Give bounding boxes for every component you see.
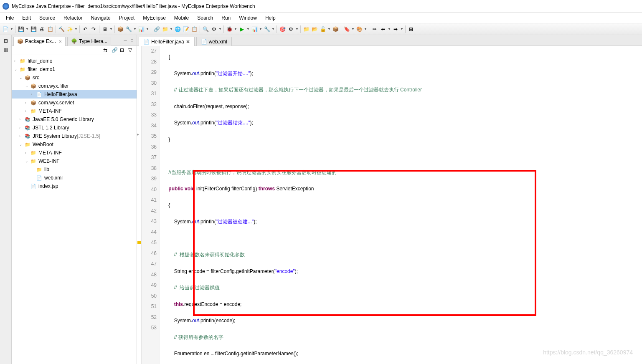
folder-node[interactable]: ›📁META-INF [12,149,137,157]
view-icon[interactable]: ▦ [2,47,10,54]
folder-node[interactable]: ⌄📁WEB-INF [12,157,137,165]
tab-type-hierarchy[interactable]: 🌳 Type Hiera... [67,37,111,46]
menu-refactor[interactable]: Refactor [59,13,86,23]
dropdown-icon[interactable]: ▼ [327,27,331,31]
package-node[interactable]: ⌄📦com.wyx.filter [12,82,137,90]
external-icon[interactable]: 🔧 [263,25,271,33]
wizard-icon[interactable]: ✨ [66,25,74,33]
tool-icon[interactable]: 📝 [182,25,190,33]
perspective-icon[interactable]: ⊞ [407,25,415,33]
folder-node[interactable]: ›📁META-INF [12,107,137,115]
dropdown-icon[interactable]: ▼ [133,27,137,31]
build-icon[interactable]: 🔨 [58,25,65,33]
tool-icon[interactable]: ✏ [371,25,378,33]
menu-run[interactable]: Run [217,13,235,23]
maximize-icon[interactable]: □ [129,38,135,43]
library-node[interactable]: ›📚JRE System Library [J2SE-1.5] [12,132,137,140]
tool-icon[interactable]: 🎨 [355,25,363,33]
menu-search[interactable]: Search [193,13,217,23]
undo-icon[interactable]: ↶ [81,25,89,33]
redo-icon[interactable]: ↷ [90,25,97,33]
package-node[interactable]: ›📦com.wyx.servlet [12,99,137,107]
editor-tab[interactable]: 📄 web.xml [196,37,232,46]
save-icon[interactable]: 💾 [17,25,25,33]
library-node[interactable]: ›📚JSTL 1.2 Library [12,124,137,132]
tool-icon[interactable]: 📋 [190,25,198,33]
tree-label: filter_demo1 [28,66,55,72]
menu-mobile[interactable]: Mobile [170,13,193,23]
debug-icon[interactable]: 🐞 [226,25,233,33]
focus-icon[interactable]: ⊡ [120,47,127,54]
project-node[interactable]: ⌄📁filter_demo1 [12,65,137,73]
project-node[interactable]: ›📁filter_demo [12,57,137,65]
link-icon[interactable]: 🔗 [112,47,118,54]
menu-source[interactable]: Source [35,13,59,23]
tool-icon[interactable]: 🔖 [343,25,350,33]
close-icon[interactable]: ✕ [58,39,62,44]
tool-icon[interactable]: 📁 [161,25,169,33]
tool-icon[interactable]: 📦 [332,25,339,33]
folder-icon[interactable]: 📂 [311,25,318,33]
code-content[interactable]: { System.out.println("过滤器开始...."); // 让过… [160,46,642,364]
folder-node[interactable]: 📁lib [12,165,137,174]
globe-icon[interactable]: 🌐 [174,25,181,33]
menu-icon[interactable]: ▽ [128,47,135,54]
forward-icon[interactable]: ➡ [392,25,399,33]
dropdown-icon[interactable]: ▼ [218,27,222,31]
xml-file-node[interactable]: 📄web.xml [12,174,137,182]
tool-icon[interactable]: ⚙ [210,25,218,33]
dropdown-icon[interactable]: ▼ [351,27,355,31]
tool-icon[interactable]: 🔧 [125,25,132,33]
close-icon[interactable]: ✕ [186,39,190,45]
save-all-icon[interactable]: 💾 [30,25,37,33]
dropdown-icon[interactable]: ▼ [259,27,262,31]
editor-tab-active[interactable]: 📄 HelloFilter.java ✕ [139,37,195,46]
dropdown-icon[interactable]: ▼ [388,27,391,31]
menu-navigate[interactable]: Navigate [86,13,114,23]
menu-window[interactable]: Window [235,13,261,23]
tool-icon[interactable]: 📋 [46,25,54,33]
dropdown-icon[interactable]: ▼ [25,27,29,31]
new-icon[interactable]: 📄 [2,25,9,33]
tool-icon[interactable]: 🎯 [279,25,286,33]
coverage-icon[interactable]: 📊 [251,25,258,33]
server-icon[interactable]: 🖥 [101,25,109,33]
tool-icon[interactable]: 🔓 [319,25,327,33]
tool-icon[interactable]: 🔍 [202,25,209,33]
project-tree[interactable]: ›📁filter_demo ⌄📁filter_demo1 ⌄📦src ⌄📦com… [12,55,137,364]
collapse-icon[interactable]: ⇆ [103,47,110,54]
tab-package-explorer[interactable]: 📦 Package Ex... ✕ [13,37,66,46]
back-icon[interactable]: ⬅ [379,25,387,33]
dropdown-icon[interactable]: ▼ [400,27,403,31]
deploy-icon[interactable]: 📦 [117,25,124,33]
dropdown-icon[interactable]: ▼ [246,27,250,31]
tool-icon[interactable]: ⚙ [287,25,294,33]
minimize-icon[interactable]: ⊟ [2,38,10,46]
tool-icon[interactable]: 🔗 [153,25,160,33]
dropdown-icon[interactable]: ▼ [109,27,113,31]
folder-icon[interactable]: 📁 [302,25,310,33]
run-icon[interactable]: ▶ [238,25,246,33]
dropdown-icon[interactable]: ▼ [295,27,299,31]
java-file-node[interactable]: ›📄HelloFilter.java [12,90,137,99]
jsp-file-node[interactable]: 📄index.jsp [12,182,137,190]
dropdown-icon[interactable]: ▼ [364,27,367,31]
tool-icon[interactable]: 📊 [137,25,145,33]
minimize-icon[interactable]: ─ [122,38,128,43]
print-icon[interactable]: 🖨 [38,25,46,33]
src-folder-node[interactable]: ⌄📦src [12,73,137,82]
code-editor[interactable]: 2728293031323334353637383940414243444546… [137,46,642,364]
menu-help[interactable]: Help [261,13,280,23]
dropdown-icon[interactable]: ▼ [146,27,149,31]
dropdown-icon[interactable]: ▼ [74,27,78,31]
dropdown-icon[interactable]: ▼ [272,27,275,31]
menu-project[interactable]: Project [115,13,139,23]
library-node[interactable]: ›📚JavaEE 5.0 Generic Library [12,115,137,124]
menu-myeclipse[interactable]: MyEclipse [139,13,170,23]
menu-file[interactable]: File [2,13,18,23]
dropdown-icon[interactable]: ▼ [10,27,13,31]
dropdown-icon[interactable]: ▼ [170,27,173,31]
menu-edit[interactable]: Edit [18,13,35,23]
dropdown-icon[interactable]: ▼ [234,27,237,31]
folder-node[interactable]: ⌄📁WebRoot [12,140,137,149]
